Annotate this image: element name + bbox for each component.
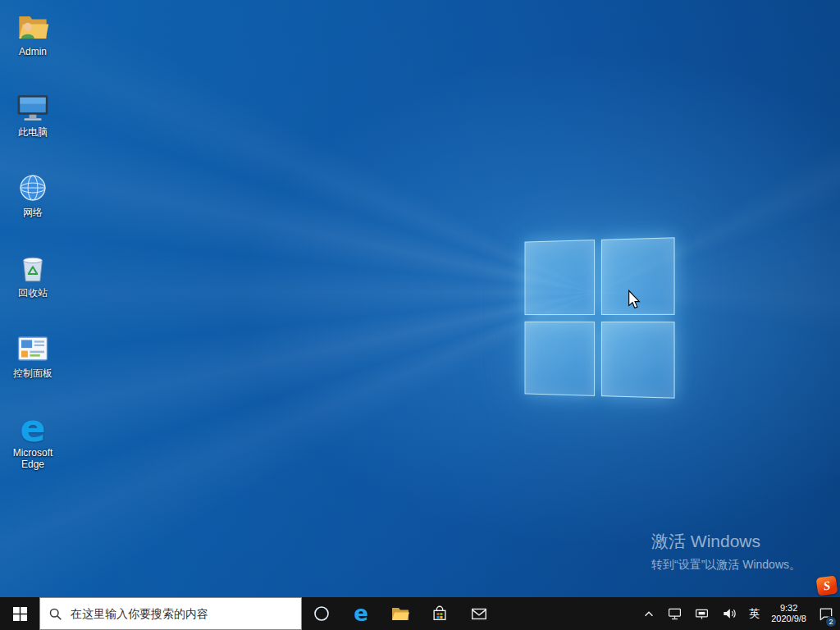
activation-watermark: 激活 Windows 转到“设置”以激活 Windows。 xyxy=(651,530,801,573)
taskbar: e xyxy=(0,597,840,630)
network-tray-button[interactable] xyxy=(688,597,715,630)
desktop-icon-label: Admin xyxy=(1,47,65,58)
clock-date: 2020/9/8 xyxy=(771,614,806,624)
search-icon xyxy=(48,607,62,621)
desktop-icon-admin[interactable]: Admin xyxy=(1,10,65,58)
pinned-apps: e xyxy=(302,597,499,630)
activation-subtitle: 转到“设置”以激活 Windows。 xyxy=(651,558,801,573)
volume-icon xyxy=(721,605,737,622)
sogou-s-glyph: S xyxy=(823,578,832,593)
ime-indicator[interactable]: 英 xyxy=(743,597,765,630)
desktop-icon-label: 此电脑 xyxy=(1,127,65,139)
desktop-icon-control-panel[interactable]: 控制面板 xyxy=(1,331,65,380)
desktop-icon-recycle-bin[interactable]: 回收站 xyxy=(1,251,65,299)
desktop-icon-this-pc[interactable]: 此电脑 xyxy=(1,90,65,139)
edge-icon: e xyxy=(1,411,65,445)
chevron-up-icon xyxy=(642,607,655,620)
windows-logo-wallpaper xyxy=(525,237,675,398)
network-icon xyxy=(694,606,710,622)
windows-logo-pane xyxy=(525,240,595,314)
hardware-tray-button[interactable] xyxy=(661,597,688,630)
desktop-icon-edge[interactable]: e Microsoft Edge xyxy=(1,411,65,471)
mail-icon xyxy=(470,605,488,623)
desktop-icon-label: 网络 xyxy=(1,208,65,219)
cortana-icon xyxy=(313,605,330,622)
mail-button[interactable] xyxy=(459,597,499,630)
store-button[interactable] xyxy=(420,597,459,630)
edge-taskbar-button[interactable]: e xyxy=(341,597,381,630)
desktop-icon-label: 回收站 xyxy=(1,288,65,299)
start-button[interactable] xyxy=(0,597,39,630)
desktop-icon-label: Microsoft Edge xyxy=(1,448,65,471)
wallpaper-light-beams xyxy=(0,0,840,597)
hidden-icons-button[interactable] xyxy=(637,597,661,630)
search-input[interactable] xyxy=(69,606,293,621)
pc-hardware-icon xyxy=(667,606,682,622)
action-center-button[interactable]: 2 xyxy=(812,597,840,630)
windows-start-icon xyxy=(13,607,27,621)
file-explorer-icon xyxy=(390,604,410,623)
mouse-cursor xyxy=(626,290,642,313)
this-pc-icon xyxy=(1,90,65,125)
windows-logo-pane xyxy=(525,321,595,395)
volume-tray-button[interactable] xyxy=(715,597,743,630)
network-globe-icon xyxy=(1,171,65,205)
desktop-icon-network[interactable]: 网络 xyxy=(1,171,65,219)
clock[interactable]: 9:32 2020/9/8 xyxy=(765,597,812,630)
taskbar-search-box[interactable] xyxy=(39,597,302,630)
desktop-icon-label: 控制面板 xyxy=(1,368,65,380)
user-folder-icon xyxy=(1,10,65,44)
notification-badge: 2 xyxy=(825,616,837,628)
store-icon xyxy=(431,605,449,623)
recycle-bin-icon xyxy=(1,251,65,285)
activation-title: 激活 Windows xyxy=(651,530,801,553)
edge-e-glyph: e xyxy=(20,411,45,445)
cortana-button[interactable] xyxy=(302,597,341,630)
system-tray: 英 9:32 2020/9/8 2 xyxy=(637,597,840,630)
edge-icon: e xyxy=(354,601,368,626)
file-explorer-button[interactable] xyxy=(381,597,420,630)
clock-time: 9:32 xyxy=(780,603,797,614)
desktop: Admin 此电脑 网络 xyxy=(0,0,840,597)
sogou-ime-icon[interactable]: S xyxy=(816,575,838,596)
control-panel-icon xyxy=(1,331,65,366)
windows-logo-pane xyxy=(600,322,674,399)
